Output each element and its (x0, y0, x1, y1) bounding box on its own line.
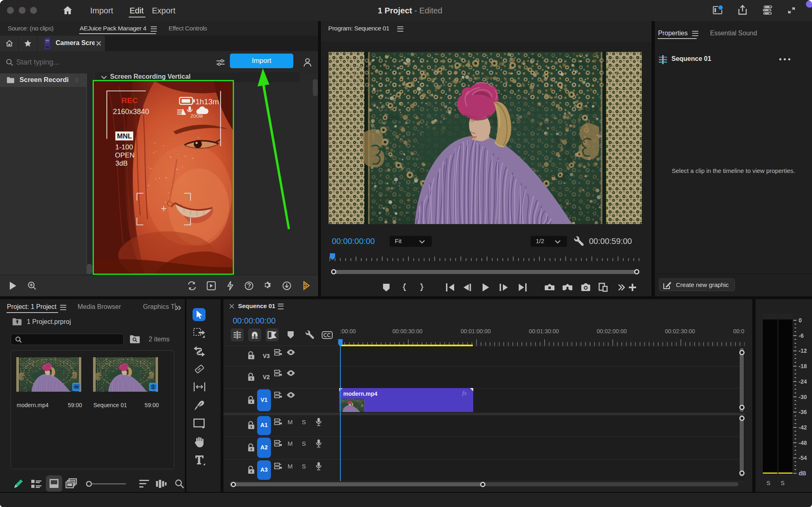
svg-text:-42: -42 (799, 424, 807, 431)
svg-text:1-100: 1-100 (115, 143, 133, 151)
svg-text:OPEN: OPEN (115, 151, 134, 159)
svg-text:3dB: 3dB (115, 160, 128, 167)
svg-text:0: 0 (799, 317, 802, 324)
svg-text:-30: -30 (799, 394, 807, 400)
svg-text:-54: -54 (799, 455, 807, 461)
svg-text:MNL: MNL (117, 132, 132, 140)
svg-text:-48: -48 (799, 440, 807, 446)
svg-text:2160x3840: 2160x3840 (113, 108, 149, 116)
svg-text:REC: REC (121, 96, 138, 105)
svg-text:-24: -24 (799, 378, 807, 385)
svg-text:ZOOM: ZOOM (191, 114, 203, 119)
svg-text:-18: -18 (799, 363, 807, 369)
svg-text:1h13m: 1h13m (195, 97, 219, 106)
svg-text:-6: -6 (799, 332, 804, 339)
svg-text:dB: dB (799, 470, 806, 477)
svg-text:-12: -12 (799, 347, 807, 354)
svg-text:-36: -36 (799, 409, 807, 415)
